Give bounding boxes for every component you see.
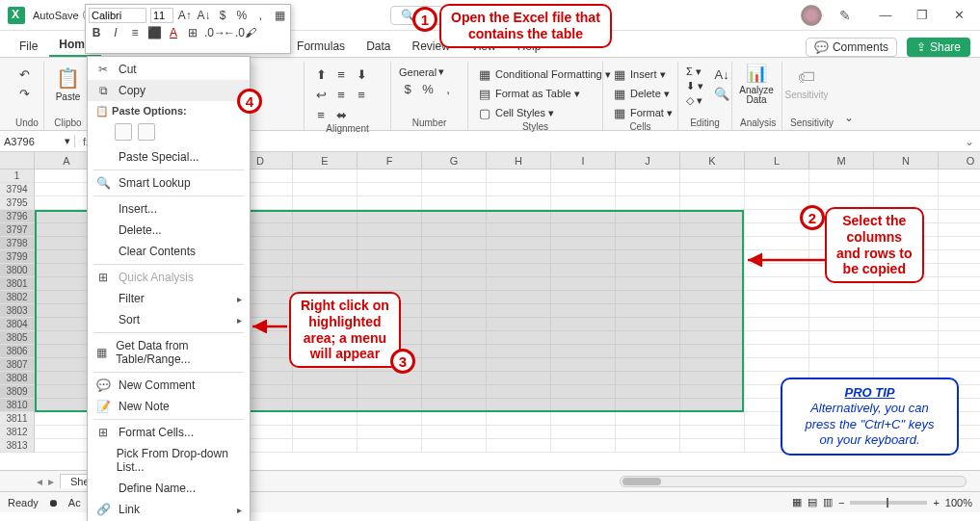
row-head-3794[interactable]: 3794 xyxy=(0,183,35,196)
cell[interactable] xyxy=(616,169,680,183)
italic-button[interactable]: I xyxy=(108,26,123,39)
ctx-filter[interactable]: Filter▸ xyxy=(88,288,250,309)
cell[interactable] xyxy=(745,183,809,196)
row-head-3801[interactable]: 3801 xyxy=(0,277,35,291)
row-head-3806[interactable]: 3806 xyxy=(0,345,35,358)
currency-icon[interactable]: $ xyxy=(215,9,230,22)
ctx-copy[interactable]: ⧉Copy xyxy=(88,80,250,101)
next-sheet-icon[interactable]: ▸ xyxy=(48,475,54,488)
undo-icon[interactable]: ↶ xyxy=(15,65,33,83)
row-head-3798[interactable]: 3798 xyxy=(0,237,35,250)
row-head-3807[interactable]: 3807 xyxy=(0,358,35,372)
row-head-3813[interactable]: 3813 xyxy=(0,439,35,453)
col-head-K[interactable]: K xyxy=(680,152,745,169)
cell[interactable] xyxy=(745,358,809,372)
cell[interactable] xyxy=(422,183,487,196)
zoom-level[interactable]: 100% xyxy=(945,497,972,508)
zoom-in-icon[interactable]: + xyxy=(933,497,939,508)
decimal-dec-icon[interactable]: ←.0 xyxy=(224,26,239,39)
cell[interactable] xyxy=(616,196,680,210)
increase-font-icon[interactable]: A↑ xyxy=(177,9,193,22)
cell[interactable] xyxy=(939,250,980,264)
cell[interactable] xyxy=(487,412,551,426)
cell[interactable] xyxy=(939,277,980,291)
view-normal-icon[interactable]: ▦ xyxy=(792,496,802,508)
cell[interactable] xyxy=(874,304,939,318)
cell[interactable] xyxy=(809,291,874,304)
cell[interactable] xyxy=(551,183,616,196)
align-middle-icon[interactable]: ≡ xyxy=(332,65,350,83)
prev-sheet-icon[interactable]: ◂ xyxy=(37,475,42,488)
row-head-3809[interactable]: 3809 xyxy=(0,385,35,399)
fill-color-icon[interactable]: ⬛ xyxy=(146,26,162,39)
comma-icon[interactable]: , xyxy=(253,9,269,22)
cell[interactable] xyxy=(939,291,980,304)
currency-icon[interactable]: $ xyxy=(399,80,416,97)
ctx-paste-special[interactable]: Paste Special... xyxy=(88,146,250,168)
comments-button[interactable]: 💬Comments xyxy=(806,38,897,57)
cell[interactable] xyxy=(745,345,809,358)
cell[interactable] xyxy=(487,169,551,183)
cell[interactable] xyxy=(487,196,551,210)
row-head-3796[interactable]: 3796 xyxy=(0,210,35,223)
percent-icon[interactable]: % xyxy=(419,80,437,97)
view-page-break-icon[interactable]: ▥ xyxy=(823,496,833,508)
align-top-icon[interactable]: ⬆ xyxy=(312,65,330,83)
cell[interactable] xyxy=(551,412,616,426)
user-avatar[interactable] xyxy=(801,5,822,26)
cell[interactable] xyxy=(939,304,980,318)
cell[interactable] xyxy=(745,237,809,250)
sensitivity-button[interactable]: 🏷Sensitivity xyxy=(790,65,823,102)
autosum-button[interactable]: Σ ▾ xyxy=(686,65,703,78)
cell[interactable] xyxy=(293,183,358,196)
cell[interactable] xyxy=(358,183,422,196)
col-head-H[interactable]: H xyxy=(487,152,551,169)
fill-button[interactable]: ⬇ ▾ xyxy=(686,80,703,92)
font-color-icon[interactable]: A xyxy=(166,26,181,39)
ctx-smart-lookup[interactable]: 🔍Smart Lookup xyxy=(88,172,250,194)
zoom-out-icon[interactable]: − xyxy=(838,497,844,508)
cell[interactable] xyxy=(745,169,809,183)
cell[interactable] xyxy=(293,196,358,210)
row-head-3810[interactable]: 3810 xyxy=(0,399,35,412)
col-head-F[interactable]: F xyxy=(358,152,422,169)
cell[interactable] xyxy=(874,345,939,358)
cell[interactable] xyxy=(745,331,809,345)
format-painter-icon[interactable]: 🖌 xyxy=(243,26,258,39)
analyze-data-button[interactable]: 📊Analyze Data xyxy=(740,65,773,102)
bold-button[interactable]: B xyxy=(89,26,104,39)
cell[interactable] xyxy=(745,223,809,237)
merge-icon[interactable]: ⬌ xyxy=(332,106,350,123)
row-head-3803[interactable]: 3803 xyxy=(0,304,35,318)
clear-button[interactable]: ◇ ▾ xyxy=(686,94,703,107)
cell-styles-button[interactable]: ▢Cell Styles ▾ xyxy=(476,104,611,121)
cell[interactable] xyxy=(939,331,980,345)
tab-file[interactable]: File xyxy=(10,36,47,57)
cell[interactable] xyxy=(422,426,487,439)
cell[interactable] xyxy=(809,358,874,372)
row-head-3805[interactable]: 3805 xyxy=(0,331,35,345)
ctx-pick-list[interactable]: Pick From Drop-down List... xyxy=(88,443,250,478)
percent-icon[interactable]: % xyxy=(234,9,250,22)
ctx-delete[interactable]: Delete... xyxy=(88,220,250,241)
accessibility-label[interactable]: Ac xyxy=(68,497,81,508)
cell[interactable] xyxy=(422,196,487,210)
col-head-J[interactable]: J xyxy=(616,152,680,169)
cell[interactable] xyxy=(358,412,422,426)
row-head-3804[interactable]: 3804 xyxy=(0,318,35,331)
formula-expand-icon[interactable]: ⌄ xyxy=(959,135,980,148)
align-center-icon[interactable]: ≡ xyxy=(353,86,370,103)
cell[interactable] xyxy=(939,223,980,237)
tab-data[interactable]: Data xyxy=(357,36,400,57)
cell[interactable] xyxy=(422,439,487,453)
cell[interactable] xyxy=(358,196,422,210)
row-head-3799[interactable]: 3799 xyxy=(0,250,35,264)
delete-cells-button[interactable]: ▦Delete ▾ xyxy=(611,85,673,102)
ctx-get-data[interactable]: ▦Get Data from Table/Range... xyxy=(88,335,250,370)
row-head-3800[interactable]: 3800 xyxy=(0,264,35,277)
comma-icon[interactable]: , xyxy=(439,80,457,97)
row-head-3802[interactable]: 3802 xyxy=(0,291,35,304)
cell[interactable] xyxy=(745,291,809,304)
cell[interactable] xyxy=(745,196,809,210)
cell[interactable] xyxy=(939,345,980,358)
